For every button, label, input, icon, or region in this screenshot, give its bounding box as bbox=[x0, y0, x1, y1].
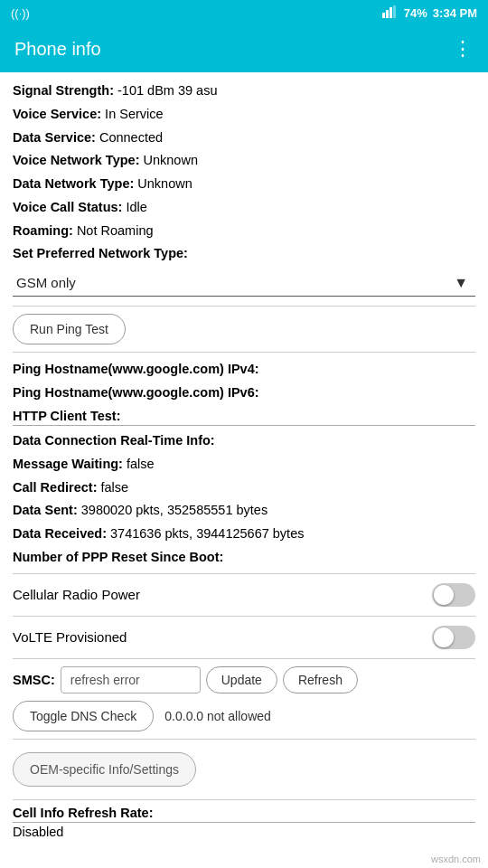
signal-strength-value: -101 dBm 39 asu bbox=[117, 83, 217, 98]
cellular-radio-power-toggle[interactable] bbox=[432, 583, 475, 607]
set-preferred-network-row: Set Preferred Network Type: bbox=[13, 244, 475, 264]
voice-service-label: Voice Service: bbox=[13, 107, 101, 121]
volte-provisioned-toggle[interactable] bbox=[432, 626, 475, 649]
network-type-dropdown[interactable]: GSM only WCDMA only GSM/WCDMA auto LTE o… bbox=[13, 269, 475, 297]
set-preferred-network-label: Set Preferred Network Type: bbox=[13, 246, 188, 260]
cellular-radio-power-knob bbox=[434, 585, 454, 605]
battery-status: 74% bbox=[404, 6, 427, 20]
signal-strength-label: Signal Strength: bbox=[13, 83, 114, 98]
status-bar: ((·)) 74% 3:34 PM bbox=[0, 0, 488, 25]
voice-call-status-value: Idle bbox=[126, 200, 146, 214]
dropdown-wrapper: GSM only WCDMA only GSM/WCDMA auto LTE o… bbox=[13, 269, 475, 297]
watermark: wsxdn.com bbox=[431, 854, 481, 864]
dns-row: Toggle DNS Check 0.0.0.0 not allowed bbox=[13, 701, 475, 731]
data-connection-real-time-row: Data Connection Real-Time Info: bbox=[13, 431, 475, 451]
svg-rect-2 bbox=[389, 7, 392, 18]
status-left: ((·)) bbox=[11, 6, 30, 20]
menu-button[interactable]: ⋮ bbox=[453, 37, 474, 61]
smsc-refresh-button[interactable]: Refresh bbox=[283, 666, 358, 693]
http-client-test-row: HTTP Client Test: bbox=[13, 409, 475, 426]
voice-service-row: Voice Service: In Service bbox=[13, 105, 475, 125]
voice-network-type-row: Voice Network Type: Unknown bbox=[13, 151, 475, 171]
ppp-reset-label: Number of PPP Reset Since Boot: bbox=[13, 550, 223, 564]
divider-6 bbox=[13, 739, 475, 740]
volte-provisioned-row: VoLTE Provisioned bbox=[13, 626, 475, 649]
call-redirect-label: Call Redirect: bbox=[13, 480, 97, 495]
data-service-value: Connected bbox=[99, 130, 163, 145]
wifi-icon: ((·)) bbox=[11, 6, 30, 20]
call-redirect-value: false bbox=[101, 480, 129, 495]
divider-2 bbox=[13, 352, 475, 353]
voice-network-type-label: Voice Network Type: bbox=[13, 153, 139, 167]
status-right: 74% 3:34 PM bbox=[382, 5, 477, 21]
network-dropdown-container: GSM only WCDMA only GSM/WCDMA auto LTE o… bbox=[13, 269, 475, 297]
run-ping-test-button[interactable]: Run Ping Test bbox=[13, 314, 126, 344]
smsc-update-button[interactable]: Update bbox=[206, 666, 277, 693]
divider-3 bbox=[13, 573, 475, 574]
toggle-dns-check-button[interactable]: Toggle DNS Check bbox=[13, 701, 154, 731]
voice-call-status-label: Voice Call Status: bbox=[13, 200, 122, 214]
divider-1 bbox=[13, 306, 475, 307]
roaming-value: Not Roaming bbox=[77, 223, 154, 238]
svg-rect-0 bbox=[382, 13, 385, 18]
message-waiting-label: Message Waiting: bbox=[13, 457, 123, 471]
divider-4 bbox=[13, 616, 475, 617]
time-display: 3:34 PM bbox=[433, 6, 477, 20]
svg-rect-3 bbox=[393, 5, 396, 18]
cell-info-label: Cell Info Refresh Rate: bbox=[13, 806, 475, 823]
data-received-row: Data Received: 3741636 pkts, 3944125667 … bbox=[13, 524, 475, 544]
dns-note: 0.0.0.0 not allowed bbox=[164, 709, 271, 723]
message-waiting-value: false bbox=[127, 457, 155, 471]
data-network-type-label: Data Network Type: bbox=[13, 176, 134, 191]
page-title: Phone info bbox=[14, 39, 101, 60]
ping-ipv6-row: Ping Hostname(www.google.com) IPv6: bbox=[13, 385, 475, 400]
divider-5 bbox=[13, 658, 475, 659]
data-service-row: Data Service: Connected bbox=[13, 128, 475, 148]
content-area: Signal Strength: -101 dBm 39 asu Voice S… bbox=[0, 72, 488, 854]
signal-icon bbox=[382, 5, 399, 21]
volte-provisioned-label: VoLTE Provisioned bbox=[13, 629, 127, 645]
svg-rect-1 bbox=[386, 10, 389, 18]
cell-info-section: Cell Info Refresh Rate: Disabled bbox=[13, 806, 475, 843]
cellular-radio-power-label: Cellular Radio Power bbox=[13, 587, 140, 602]
smsc-input[interactable] bbox=[61, 666, 201, 693]
ping-ipv4-label: Ping Hostname(www.google.com) IPv4: bbox=[13, 362, 475, 376]
data-sent-value: 3980020 pkts, 352585551 bytes bbox=[81, 503, 267, 517]
roaming-label: Roaming: bbox=[13, 223, 73, 238]
cellular-radio-power-row: Cellular Radio Power bbox=[13, 583, 475, 607]
signal-strength-row: Signal Strength: -101 dBm 39 asu bbox=[13, 81, 475, 101]
smsc-row: SMSC: Update Refresh bbox=[13, 666, 475, 693]
roaming-row: Roaming: Not Roaming bbox=[13, 222, 475, 241]
call-redirect-row: Call Redirect: false bbox=[13, 478, 475, 498]
data-received-label: Data Received: bbox=[13, 526, 107, 541]
data-sent-row: Data Sent: 3980020 pkts, 352585551 bytes bbox=[13, 501, 475, 521]
data-network-type-row: Data Network Type: Unknown bbox=[13, 175, 475, 194]
data-network-type-value: Unknown bbox=[137, 176, 192, 191]
data-sent-label: Data Sent: bbox=[13, 503, 78, 517]
voice-call-status-row: Voice Call Status: Idle bbox=[13, 198, 475, 218]
title-bar: Phone info ⋮ bbox=[0, 25, 488, 72]
run-ping-test-container: Run Ping Test bbox=[13, 314, 475, 344]
data-service-label: Data Service: bbox=[13, 130, 96, 145]
http-client-test-label: HTTP Client Test: bbox=[13, 409, 475, 426]
smsc-label: SMSC: bbox=[13, 673, 55, 687]
cell-info-value: Disabled bbox=[13, 823, 475, 843]
message-waiting-row: Message Waiting: false bbox=[13, 455, 475, 475]
ppp-reset-row: Number of PPP Reset Since Boot: bbox=[13, 548, 475, 568]
data-connection-real-time-label: Data Connection Real-Time Info: bbox=[13, 433, 215, 448]
volte-provisioned-knob bbox=[434, 627, 454, 647]
voice-network-type-value: Unknown bbox=[144, 153, 198, 167]
oem-info-button[interactable]: OEM-specific Info/Settings bbox=[13, 752, 196, 787]
data-received-value: 3741636 pkts, 3944125667 bytes bbox=[110, 526, 304, 541]
ping-ipv4-row: Ping Hostname(www.google.com) IPv4: bbox=[13, 362, 475, 376]
ping-ipv6-label: Ping Hostname(www.google.com) IPv6: bbox=[13, 385, 475, 400]
voice-service-value: In Service bbox=[105, 107, 163, 121]
divider-7 bbox=[13, 799, 475, 800]
